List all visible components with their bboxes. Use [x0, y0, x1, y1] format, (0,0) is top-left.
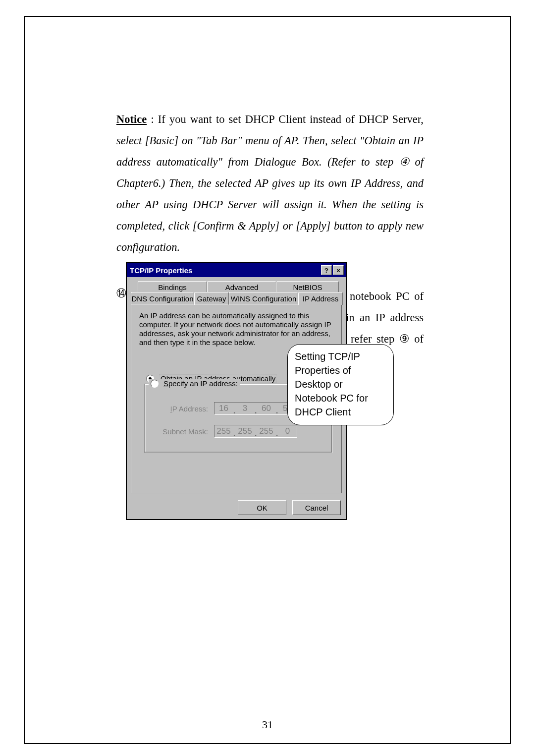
dialog-titlebar[interactable]: TCP/IP Properties ? × — [127, 263, 346, 277]
tab-advanced[interactable]: Advanced — [207, 281, 276, 293]
callout-bubble: Setting TCP/IP Properties of Desktop or … — [287, 344, 394, 425]
dialog-button-row: OK Cancel — [127, 497, 346, 519]
help-icon[interactable]: ? — [321, 265, 332, 275]
ip-address-row: IP Address: 16. 3. 60. 52 — [154, 402, 297, 415]
subnet-octet-2: 255 — [236, 426, 254, 436]
ip-address-label: IP Address: — [154, 405, 214, 413]
tab-gateway[interactable]: Gateway — [194, 292, 229, 305]
radio-specify-ip[interactable]: Specify an IP address: — [149, 379, 240, 388]
tab-ip-address[interactable]: IP Address — [298, 292, 343, 305]
notice-label: Notice — [116, 113, 147, 125]
page-frame: Notice : If you want to set DHCP Client … — [24, 16, 511, 744]
close-icon[interactable]: × — [333, 265, 344, 275]
tab-dns-configuration[interactable]: DNS Configuration — [131, 292, 194, 305]
notice-paragraph: Notice : If you want to set DHCP Client … — [116, 109, 424, 258]
radio-specify-label: Specify an IP address: — [163, 379, 238, 388]
tab-wins-configuration[interactable]: WINS Configuration — [229, 292, 298, 305]
dialog-title: TCP/IP Properties — [130, 266, 320, 275]
subnet-mask-input[interactable]: 255. 255. 255. 0 — [214, 425, 297, 438]
ip-octet-2: 3 — [236, 404, 254, 413]
ip-address-input[interactable]: 16. 3. 60. 52 — [214, 402, 297, 415]
circled-4-ref: ④ — [399, 151, 409, 173]
notice-italic-1: select [Basic] on "Tab Bar" menu of AP. … — [116, 134, 424, 168]
cancel-button[interactable]: Cancel — [292, 500, 341, 515]
ip-octet-3: 60 — [257, 404, 275, 413]
circled-9-ref: ⑨ — [399, 328, 410, 349]
subnet-mask-row: Subnet Mask: 255. 255. 255. 0 — [154, 425, 297, 438]
subnet-mask-label: Subnet Mask: — [154, 427, 214, 436]
subnet-octet-4: 0 — [278, 426, 297, 436]
ok-button[interactable]: OK — [238, 500, 286, 515]
tab-netbios[interactable]: NetBIOS — [276, 281, 339, 293]
notice-lead-text: : If you want to set DHCP Client instead… — [147, 113, 424, 125]
tab-strip: Bindings Advanced NetBIOS DNS Configurat… — [131, 281, 342, 305]
callout-text: Setting TCP/IP Properties of Desktop or … — [295, 351, 368, 417]
radio-icon — [151, 380, 159, 388]
notice-italic-2: of Chapter6.) Then, the selected AP give… — [116, 156, 424, 253]
tab-bindings[interactable]: Bindings — [138, 281, 207, 293]
subnet-octet-3: 255 — [257, 426, 275, 436]
page-number: 31 — [25, 718, 510, 731]
ip-instructions-text: An IP address can be automatically assig… — [139, 311, 333, 347]
ip-octet-1: 16 — [214, 404, 233, 413]
subnet-octet-1: 255 — [214, 426, 233, 436]
